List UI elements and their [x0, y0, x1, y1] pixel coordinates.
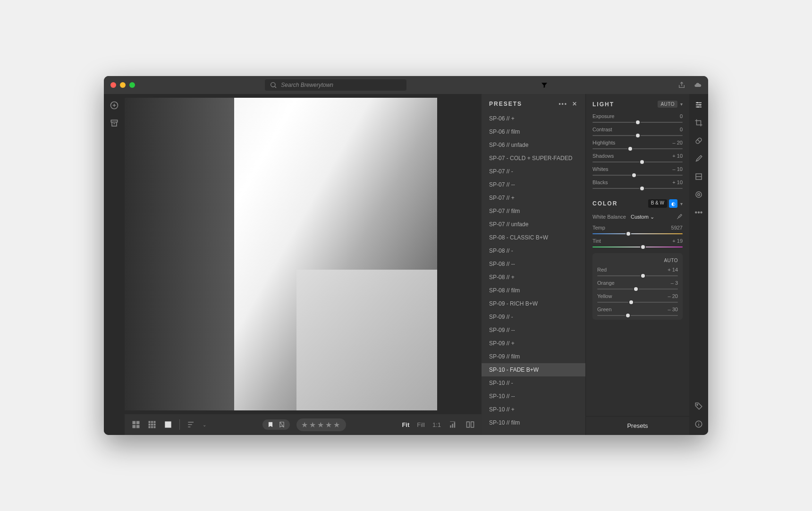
- presets-close-icon[interactable]: ✕: [572, 101, 578, 107]
- light-slider[interactable]: [592, 162, 683, 162]
- more-icon[interactable]: •••: [694, 208, 703, 217]
- preset-item[interactable]: SP-10 // --: [482, 390, 585, 403]
- preset-item[interactable]: SP-10 // +: [482, 403, 585, 416]
- preset-item[interactable]: SP-06 // unfade: [482, 138, 585, 152]
- mixer-slider[interactable]: [597, 302, 678, 303]
- light-value: + 10: [672, 179, 683, 185]
- crop-icon[interactable]: [694, 119, 703, 127]
- presets-menu-icon[interactable]: •••: [558, 101, 567, 107]
- filter-icon[interactable]: [541, 81, 548, 89]
- flag-reject-icon[interactable]: [279, 421, 285, 428]
- light-slider[interactable]: [592, 188, 683, 189]
- svg-rect-13: [153, 424, 155, 426]
- light-slider[interactable]: [592, 148, 683, 149]
- temp-value: 5927: [671, 225, 683, 230]
- preset-item[interactable]: SP-08 // --: [482, 257, 585, 271]
- preset-item[interactable]: SP-07 - COLD + SUPER-FADED: [482, 152, 585, 165]
- preset-item[interactable]: SP-10 // -: [482, 376, 585, 390]
- add-icon[interactable]: [110, 101, 119, 110]
- preset-item[interactable]: SP-10 // film: [482, 416, 585, 429]
- search-input[interactable]: Search Brewerytown: [265, 79, 406, 91]
- compare-icon[interactable]: [465, 420, 475, 429]
- preset-item[interactable]: SP-09 // +: [482, 337, 585, 350]
- light-slider[interactable]: [592, 175, 683, 176]
- preset-item[interactable]: SP-06 // +: [482, 112, 585, 125]
- light-auto-button[interactable]: AUTO: [658, 101, 677, 108]
- brush-icon[interactable]: [694, 154, 703, 163]
- window-controls: [110, 82, 135, 88]
- sliders-icon[interactable]: [694, 101, 703, 109]
- preset-item[interactable]: SP-06 // film: [482, 125, 585, 138]
- color-title: COLOR: [592, 200, 617, 207]
- preset-item[interactable]: SP-07 // --: [482, 178, 585, 191]
- flag-pick-icon[interactable]: [267, 421, 274, 428]
- zoom-1-1[interactable]: 1:1: [432, 421, 441, 428]
- presets-title: PRESETS: [489, 101, 522, 107]
- light-title: LIGHT: [592, 101, 614, 108]
- light-slider[interactable]: [592, 135, 683, 136]
- preset-item[interactable]: SP-09 - RICH B+W: [482, 297, 585, 310]
- svg-rect-7: [136, 425, 140, 428]
- wb-select[interactable]: Custom ⌄: [631, 214, 654, 220]
- tag-icon[interactable]: [694, 402, 703, 410]
- preset-item[interactable]: SP-10 - FADE B+W: [482, 363, 585, 376]
- color-profile-icon[interactable]: ◐: [669, 199, 677, 208]
- radial-gradient-icon[interactable]: [694, 190, 703, 199]
- light-collapse-icon[interactable]: ▾: [680, 102, 683, 107]
- preset-list[interactable]: SP-06 // +SP-06 // filmSP-06 // unfadeSP…: [482, 112, 585, 435]
- mixer-slider[interactable]: [597, 289, 678, 290]
- close-icon[interactable]: [110, 82, 116, 88]
- light-label: Exposure: [592, 113, 614, 119]
- tint-slider[interactable]: [592, 247, 683, 247]
- linear-gradient-icon[interactable]: [694, 172, 703, 181]
- svg-point-31: [697, 404, 698, 405]
- preset-item[interactable]: SP-08 // film: [482, 284, 585, 297]
- share-icon[interactable]: [678, 81, 685, 89]
- preset-item[interactable]: SP-07 // +: [482, 191, 585, 204]
- titlebar: Search Brewerytown: [104, 76, 708, 94]
- image-canvas[interactable]: [125, 94, 482, 414]
- bw-toggle[interactable]: B & W: [648, 199, 667, 208]
- archive-icon[interactable]: [110, 119, 119, 128]
- preset-item[interactable]: SP-09 // -: [482, 310, 585, 324]
- svg-rect-22: [450, 421, 455, 422]
- svg-rect-9: [151, 421, 153, 423]
- temp-slider[interactable]: [592, 233, 683, 234]
- light-slider[interactable]: [592, 122, 683, 123]
- mixer-slider[interactable]: [597, 275, 678, 276]
- preset-item[interactable]: SP-08 - CLASSIC B+W: [482, 231, 585, 244]
- grid-small-icon[interactable]: [147, 420, 157, 429]
- preset-item[interactable]: SP-07 // film: [482, 204, 585, 218]
- heal-icon[interactable]: [694, 136, 703, 145]
- info-icon[interactable]: [694, 420, 703, 428]
- eyedropper-icon[interactable]: [676, 213, 683, 220]
- cloud-icon[interactable]: [694, 81, 702, 89]
- single-view-icon[interactable]: [163, 420, 173, 429]
- zoom-fit[interactable]: Fit: [402, 421, 409, 428]
- svg-point-33: [698, 422, 699, 423]
- mixer-value: – 20: [668, 293, 678, 299]
- mixer-auto-button[interactable]: AUTO: [664, 258, 678, 263]
- preset-item[interactable]: SP-07 // -: [482, 165, 585, 178]
- preset-item[interactable]: SP-09 // --: [482, 324, 585, 337]
- preset-item[interactable]: SP-07 // unfade: [482, 218, 585, 231]
- color-collapse-icon[interactable]: ▾: [680, 201, 683, 206]
- histogram-icon[interactable]: [448, 420, 458, 429]
- preset-item[interactable]: SP-09 // film: [482, 350, 585, 363]
- presets-footer-button[interactable]: Presets: [586, 416, 689, 435]
- grid-large-icon[interactable]: [131, 420, 141, 429]
- mixer-value: – 3: [671, 280, 678, 286]
- sort-icon[interactable]: [186, 420, 196, 429]
- svg-rect-8: [149, 421, 151, 423]
- rating-stars[interactable]: ★★★★★: [301, 420, 341, 429]
- svg-rect-19: [450, 426, 451, 428]
- minimize-icon[interactable]: [120, 82, 126, 88]
- presets-panel: PRESETS ••• ✕ SP-06 // +SP-06 // filmSP-…: [482, 94, 585, 435]
- zoom-fill[interactable]: Fill: [417, 421, 425, 428]
- preset-item[interactable]: SP-08 // +: [482, 271, 585, 284]
- mixer-slider[interactable]: [597, 315, 678, 316]
- sort-chevron-icon[interactable]: ⌄: [203, 422, 206, 427]
- maximize-icon[interactable]: [129, 82, 135, 88]
- preset-item[interactable]: SP-08 // -: [482, 244, 585, 257]
- light-label: Contrast: [592, 127, 612, 132]
